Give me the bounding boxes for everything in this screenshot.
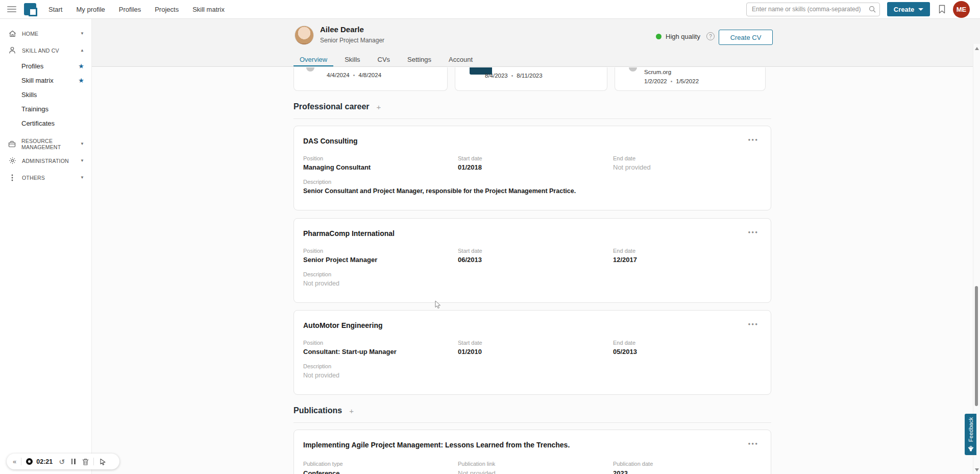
topnav-right: Create ME	[746, 1, 970, 18]
delete-recording-icon[interactable]	[82, 458, 89, 465]
scroll-up-arrow-icon[interactable]	[975, 47, 979, 50]
feedback-tab[interactable]: Feedback	[965, 414, 976, 455]
sidebar-item-label: Certificates	[21, 120, 55, 127]
chevron-down-icon: ▼	[80, 158, 84, 163]
collapse-icon[interactable]: «	[13, 458, 16, 465]
search-input[interactable]	[746, 3, 880, 16]
field-label: End date	[613, 340, 635, 346]
bookmark-icon[interactable]	[938, 5, 946, 14]
description-value: Senior Consultant and Project Manager, r…	[303, 187, 576, 195]
favorite-star-icon[interactable]: ★	[78, 77, 84, 84]
end-date-value: 05/2013	[613, 348, 637, 356]
add-publication-button[interactable]: +	[349, 407, 354, 415]
publication-card: Implementing Agile Project Management: L…	[293, 430, 771, 474]
main-nav: Start My profile Profiles Projects Skill…	[48, 6, 225, 13]
sidebar: HOME ▼ SKILL AND CV ▲ Profiles ★ Skill m…	[0, 19, 92, 474]
help-icon[interactable]: ?	[706, 32, 715, 40]
app-logo[interactable]	[24, 3, 36, 15]
tab-settings[interactable]: Settings	[401, 53, 437, 66]
field-label: Publication link	[458, 461, 495, 467]
nav-profiles[interactable]: Profiles	[119, 6, 141, 13]
section-heading-publications: Publications +	[293, 406, 354, 415]
tab-cvs[interactable]: CVs	[372, 53, 397, 66]
restart-recording-icon[interactable]: ↺	[59, 458, 65, 465]
screen-recorder-toolbar: « 02:21 ↺	[7, 454, 119, 469]
publication-type-value: Conference	[303, 469, 340, 474]
company-name: DAS Consulting	[303, 137, 358, 145]
more-options-icon[interactable]: ●●●	[748, 230, 759, 234]
sidebar-item-certificates[interactable]: Certificates	[0, 116, 91, 130]
briefcase-icon	[8, 140, 16, 148]
profile-header: Ailee Dearle Senior Project Manager High…	[92, 19, 980, 67]
partial-cards-row: 4/4/2024 4/8/2024 8/4/2023 8/11/2023	[293, 67, 766, 91]
scrollbar-thumb[interactable]	[975, 286, 978, 406]
field-label: End date	[613, 248, 635, 254]
sidebar-item-skill-and-cv[interactable]: SKILL AND CV ▲	[0, 42, 91, 59]
training-card: 8/4/2023 8/11/2023	[455, 67, 607, 91]
field-label: Start date	[458, 155, 482, 161]
publication-title: Implementing Agile Project Management: L…	[303, 441, 570, 449]
date-start: 1/2/2022	[644, 78, 667, 84]
sidebar-item-administration[interactable]: ADMINISTRATION ▼	[0, 152, 91, 169]
quality-badge: High quality ?	[656, 32, 715, 40]
pause-recording-icon[interactable]	[71, 459, 76, 464]
sidebar-item-label: Trainings	[21, 105, 48, 113]
sidebar-item-home[interactable]: HOME ▼	[0, 25, 91, 42]
profile-photo	[295, 26, 314, 45]
home-icon	[8, 30, 16, 38]
certificate-card: Scrum.org 1/2/2022 1/5/2022	[615, 67, 766, 91]
field-label: Publication type	[303, 461, 343, 467]
create-button-label: Create	[894, 6, 914, 13]
quality-label: High quality	[666, 33, 700, 40]
field-label: End date	[613, 155, 635, 161]
nav-skill-matrix[interactable]: Skill matrix	[192, 6, 225, 13]
sidebar-item-skills[interactable]: Skills	[0, 87, 91, 102]
sidebar-item-label: ADMINISTRATION	[22, 158, 69, 164]
description-value: Not provided	[303, 280, 339, 287]
hamburger-menu-icon[interactable]	[7, 6, 16, 12]
pointer-tool-icon[interactable]	[100, 458, 106, 465]
date-separator	[511, 73, 513, 79]
sidebar-item-label: HOME	[22, 31, 38, 37]
nav-projects[interactable]: Projects	[155, 6, 179, 13]
search-box	[746, 3, 880, 16]
career-card: AutoMotor Engineering ●●● Position Start…	[293, 310, 771, 395]
person-icon	[8, 46, 16, 55]
company-name: PharmaComp International	[303, 229, 395, 238]
nav-start[interactable]: Start	[48, 6, 62, 13]
provider-logo	[629, 67, 637, 72]
publication-link-value: Not provided	[458, 469, 496, 474]
date-separator	[671, 78, 673, 84]
sidebar-item-skill-matrix[interactable]: Skill matrix ★	[0, 73, 91, 87]
sidebar-item-others[interactable]: OTHERS ▼	[0, 169, 91, 186]
date-start: 4/4/2024	[327, 72, 350, 78]
more-options-icon[interactable]: ●●●	[748, 137, 759, 142]
favorite-star-icon[interactable]: ★	[78, 62, 84, 70]
create-cv-button[interactable]: Create CV	[719, 30, 773, 45]
field-label: Start date	[458, 248, 482, 254]
user-avatar[interactable]: ME	[953, 1, 970, 18]
provider-logo	[306, 67, 314, 72]
sidebar-item-profiles[interactable]: Profiles ★	[0, 59, 91, 73]
sidebar-item-trainings[interactable]: Trainings	[0, 102, 91, 116]
nav-my-profile[interactable]: My profile	[76, 6, 105, 13]
section-divider	[293, 422, 771, 423]
megaphone-icon	[968, 445, 974, 452]
vertical-scrollbar[interactable]	[973, 44, 980, 474]
tab-skills[interactable]: Skills	[338, 53, 366, 66]
more-options-icon[interactable]: ●●●	[748, 322, 759, 326]
more-options-icon[interactable]: ●●●	[748, 441, 759, 446]
add-career-button[interactable]: +	[377, 103, 381, 111]
tab-account[interactable]: Account	[443, 53, 479, 66]
divider	[21, 458, 21, 465]
position-value: Managing Consultant	[303, 163, 371, 171]
sidebar-item-resource-management[interactable]: RESOURCE MANAGEMENT ▼	[0, 135, 91, 152]
search-icon	[869, 6, 876, 13]
end-date-value: 12/2017	[613, 256, 637, 264]
create-button[interactable]: Create	[887, 2, 930, 16]
field-label: Publication date	[613, 461, 653, 467]
sidebar-item-label: RESOURCE MANAGEMENT	[21, 138, 80, 150]
tab-overview[interactable]: Overview	[293, 53, 333, 66]
publication-date-value: 2023	[613, 469, 628, 474]
scroll-down-arrow-icon[interactable]	[975, 468, 979, 471]
